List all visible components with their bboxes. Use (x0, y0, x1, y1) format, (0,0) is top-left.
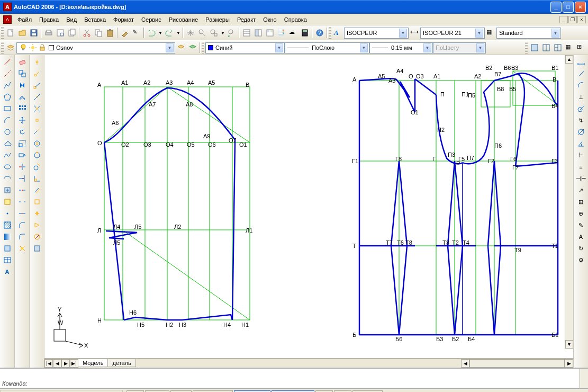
viewport-1-icon[interactable] (529, 42, 540, 54)
dropdown-arrow-icon[interactable]: ▼ (423, 43, 431, 52)
qnew-icon[interactable] (5, 27, 16, 39)
menu-window[interactable]: Окно (259, 15, 281, 24)
maximize-button[interactable]: □ (563, 2, 574, 13)
dimension-aligned-icon[interactable] (575, 68, 587, 79)
hatch-icon[interactable] (1, 219, 14, 231)
scroll-up-icon[interactable]: ▲ (565, 55, 573, 64)
vertical-scrollbar[interactable]: ▲ ▼ (565, 55, 573, 349)
revision-cloud-icon[interactable] (1, 138, 14, 149)
snap-none-icon[interactable] (31, 231, 43, 243)
toolbar-grip[interactable] (202, 42, 204, 54)
insert-block-icon[interactable] (1, 184, 14, 196)
viewport-4-icon[interactable]: ▦ (564, 42, 575, 54)
snap-parallel-icon[interactable] (31, 184, 43, 196)
copy-object-icon[interactable] (16, 68, 29, 79)
command-window[interactable]: Команда: (0, 368, 588, 389)
dimension-linear-icon[interactable] (575, 56, 587, 68)
dimension-angular-icon[interactable] (575, 138, 587, 149)
extend-icon[interactable] (16, 173, 29, 184)
rotate-icon[interactable] (16, 126, 29, 138)
spline-icon[interactable] (1, 149, 14, 161)
dimension-baseline-icon[interactable]: ≡ (575, 161, 587, 173)
snap-insert-icon[interactable] (31, 196, 43, 208)
dimension-arc-icon[interactable] (575, 79, 587, 91)
erase-icon[interactable] (16, 56, 29, 68)
offset-icon[interactable] (16, 91, 29, 103)
tool-palettes-icon[interactable] (264, 27, 276, 39)
tolerance-icon[interactable]: ⊞ (575, 196, 587, 208)
table-style-combo[interactable]: Standard▼ (496, 28, 561, 39)
command-line[interactable]: Команда: (0, 369, 580, 388)
designcenter-icon[interactable] (252, 27, 264, 39)
snap-extension-icon[interactable] (31, 126, 43, 138)
dimension-continue-icon[interactable]: ⊣⊢ (575, 173, 587, 184)
center-mark-icon[interactable]: ⊕ (575, 208, 587, 219)
match-properties-icon[interactable] (119, 27, 131, 39)
status-ortho[interactable]: ОРТО (170, 390, 192, 393)
arc-icon[interactable] (1, 114, 14, 126)
dimension-update-icon[interactable]: ↻ (575, 243, 587, 254)
horizontal-scrollbar[interactable]: ◀ ▶ (461, 359, 573, 368)
quick-dimension-icon[interactable]: ⊢ (575, 149, 587, 161)
status-snap[interactable]: ШАГ (126, 390, 144, 393)
dimension-diameter-icon[interactable] (575, 126, 587, 138)
plot-preview-icon[interactable] (55, 27, 66, 39)
status-lwt[interactable]: ВЕС (334, 390, 351, 393)
status-otrack[interactable]: ОТС-ОБЪЕКТ (272, 390, 314, 393)
toolbar-grip[interactable] (1, 27, 4, 39)
snap-endpoint-icon[interactable] (31, 79, 43, 91)
break-at-point-icon[interactable] (16, 184, 29, 196)
open-icon[interactable] (16, 27, 28, 39)
snap-node-icon[interactable] (31, 208, 43, 219)
text-style-combo[interactable]: ISOCPEUR▼ (344, 28, 409, 39)
trim-icon[interactable] (16, 161, 29, 173)
snap-temp-track-icon[interactable] (31, 56, 43, 68)
snap-midpoint-icon[interactable] (31, 91, 43, 103)
scroll-right-icon[interactable]: ▶ (565, 359, 573, 368)
make-block-icon[interactable] (1, 196, 14, 208)
snap-tangent-icon[interactable] (31, 161, 43, 173)
chamfer-icon[interactable] (16, 219, 29, 231)
publish-icon[interactable] (66, 27, 78, 39)
toolbar-grip[interactable] (525, 42, 528, 54)
fillet-icon[interactable] (16, 231, 29, 243)
snap-center-icon[interactable] (31, 138, 43, 149)
menu-modify[interactable]: Редакт (233, 15, 259, 24)
snap-intersection-icon[interactable] (31, 103, 43, 114)
point-icon[interactable] (1, 208, 14, 219)
snap-perpendicular-icon[interactable] (31, 173, 43, 184)
color-combo[interactable]: Синий ▼ (205, 42, 285, 54)
status-polar[interactable]: ОТС-ПОЛЯР (193, 390, 233, 393)
tabs-last-icon[interactable]: ▶| (70, 359, 78, 368)
viewport-named-icon[interactable]: ⊞ (575, 42, 587, 54)
stretch-icon[interactable] (16, 149, 29, 161)
redo-dropdown-icon[interactable]: ▼ (175, 27, 182, 39)
dimstyle-icon[interactable]: ⚙ (575, 254, 587, 266)
properties-icon[interactable] (241, 27, 252, 39)
redo-icon[interactable] (164, 27, 175, 39)
quick-leader-icon[interactable]: ↗ (575, 184, 587, 196)
menu-view[interactable]: Вид (62, 15, 80, 24)
region-icon[interactable] (1, 243, 14, 254)
status-dyn[interactable]: ДИН (315, 390, 333, 393)
tabs-first-icon[interactable]: |◀ (44, 359, 53, 368)
ellipse-arc-icon[interactable] (1, 173, 14, 184)
scale-icon[interactable] (16, 138, 29, 149)
table-style-icon[interactable]: ▦ (485, 27, 496, 39)
drawing-canvas[interactable]: А А1 А2 А3 А4 А5 В А7 А8 А6 А9 О О2 О3 О… (44, 55, 573, 358)
join-icon[interactable] (16, 208, 29, 219)
mdi-restore[interactable]: ❐ (568, 16, 577, 23)
zoom-realtime-icon[interactable] (196, 27, 208, 39)
layer-properties-icon[interactable] (5, 42, 16, 54)
cut-icon[interactable] (81, 27, 93, 39)
dropdown-arrow-icon[interactable]: ▼ (166, 43, 174, 52)
dim-style-combo[interactable]: ISOCPEUR 21▼ (420, 28, 485, 39)
dimension-edit-icon[interactable]: ✎ (575, 219, 587, 231)
gradient-icon[interactable] (1, 231, 14, 243)
copy-icon[interactable] (93, 27, 104, 39)
coordinates-display[interactable]: 2785.13, -12410.57, 0.00 (0, 390, 123, 393)
viewport-2-icon[interactable] (540, 42, 552, 54)
layer-states-icon[interactable] (187, 42, 198, 54)
menu-tools[interactable]: Сервис (138, 15, 165, 24)
lineweight-combo[interactable]: 0.15 мм ▼ (369, 42, 433, 54)
